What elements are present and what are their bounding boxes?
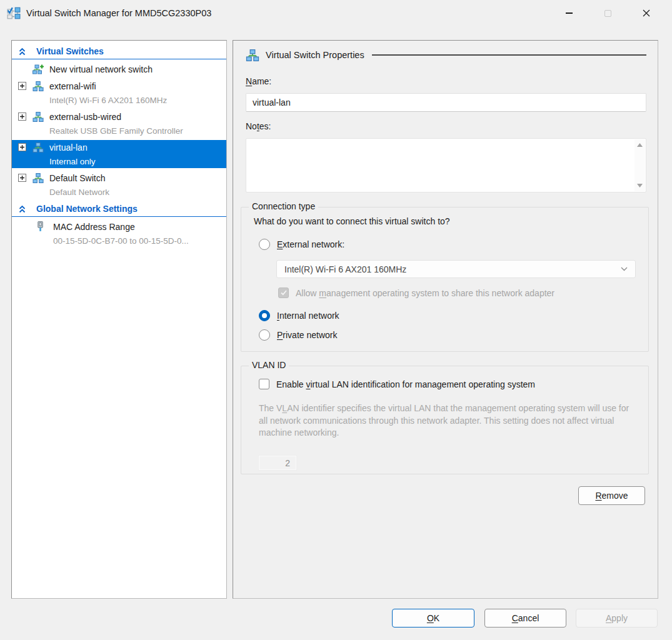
name-label: Name: — [246, 76, 271, 86]
connection-type-group-title: Connection type — [249, 201, 318, 211]
apply-button: Apply — [576, 609, 658, 628]
expand-icon[interactable] — [18, 112, 26, 121]
private-network-radio[interactable] — [259, 329, 270, 341]
external-network-radio[interactable] — [259, 239, 270, 250]
private-network-label: Private network — [277, 330, 338, 340]
notes-scrollbar[interactable] — [634, 139, 645, 191]
tree-header-label: Virtual Switches — [36, 46, 104, 56]
internal-network-radio[interactable] — [259, 310, 270, 321]
switch-icon — [33, 142, 44, 152]
external-adapter-dropdown: Intel(R) Wi-Fi 6 AX201 160MHz — [276, 260, 636, 278]
switch-icon — [33, 81, 44, 91]
tree-item-external-wifi-adapter[interactable]: Intel(R) Wi-Fi 6 AX201 160MHz — [12, 93, 226, 107]
tree-item-default-switch-network[interactable]: Default Network — [12, 185, 226, 199]
allow-management-label: Allow management operating system to sha… — [296, 288, 554, 298]
name-input[interactable]: virtual-lan — [246, 93, 646, 112]
properties-panel: Virtual Switch Properties Name: virtual-… — [233, 40, 658, 599]
section-title: Virtual Switch Properties — [266, 50, 364, 60]
network-plug-icon — [36, 221, 44, 232]
tree-item-label: external-wifi — [49, 81, 96, 91]
titlebar: Virtual Switch Manager for MMD5CG2330P03 — [0, 0, 672, 26]
tree-item-new-virtual-switch[interactable]: New virtual network switch — [12, 62, 226, 76]
scroll-down-icon[interactable] — [637, 184, 643, 188]
tree-item-default-switch[interactable]: Default Switch — [12, 171, 226, 185]
notes-label: Notes: — [246, 121, 271, 131]
tree-item-sublabel: Realtek USB GbE Family Controller — [49, 126, 183, 136]
vlan-id-value: 2 — [285, 458, 290, 468]
close-button[interactable] — [627, 0, 666, 26]
virtual-switch-manager-window: Virtual Switch Manager for MMD5CG2330P03… — [0, 0, 672, 640]
section-divider — [372, 54, 646, 56]
tree-item-external-usb-wired-adapter[interactable]: Realtek USB GbE Family Controller — [12, 124, 226, 138]
hyperv-manager-icon — [7, 7, 21, 19]
tree-item-sublabel: Default Network — [49, 188, 109, 197]
maximize-icon — [604, 10, 611, 17]
maximize-button — [588, 0, 627, 26]
scroll-up-icon[interactable] — [637, 143, 643, 147]
chevron-down-icon — [621, 267, 628, 271]
expand-icon[interactable] — [18, 82, 26, 90]
remove-button-label: Remove — [595, 491, 628, 501]
close-icon — [643, 9, 650, 17]
collapse-chevrons-icon[interactable] — [18, 48, 26, 56]
minimize-icon — [566, 12, 573, 14]
window-title: Virtual Switch Manager for MMD5CG2330P03 — [26, 8, 211, 18]
tree-item-virtual-lan[interactable]: virtual-lan — [12, 140, 226, 154]
enable-vlan-checkbox-row[interactable]: Enable virtual LAN identification for ma… — [259, 379, 535, 389]
tree-item-mac-address-range-value[interactable]: 00-15-5D-0C-B7-00 to 00-15-5D-0... — [12, 234, 226, 248]
allow-management-checkbox — [278, 288, 289, 298]
tree-item-label: Default Switch — [49, 173, 105, 183]
window-controls — [549, 0, 666, 26]
cancel-button-label: Cancel — [512, 613, 539, 623]
tree-item-external-wifi[interactable]: external-wifi — [12, 79, 226, 93]
apply-button-label: Apply — [606, 613, 628, 623]
expand-icon[interactable] — [18, 174, 26, 182]
tree-item-virtual-lan-type[interactable]: Internal only — [12, 154, 226, 168]
switch-tree-panel: Virtual Switches New virtual network swi… — [11, 40, 227, 599]
connection-type-group: Connection type What do you want to conn… — [241, 207, 649, 352]
vlan-id-group: VLAN ID Enable virtual LAN identificatio… — [241, 366, 649, 474]
ok-button-label: OK — [427, 613, 439, 623]
remove-button[interactable]: Remove — [578, 486, 645, 505]
external-network-radio-row[interactable]: External network: — [259, 239, 344, 250]
switch-icon — [246, 49, 259, 61]
notes-textarea[interactable] — [246, 138, 646, 192]
connection-question: What do you want to connect this virtual… — [254, 216, 450, 226]
tree-item-mac-address-range[interactable]: MAC Address Range — [12, 219, 226, 234]
collapse-chevrons-icon[interactable] — [18, 205, 26, 213]
vlan-id-input: 2 — [259, 456, 296, 470]
internal-network-label: Internal network — [277, 311, 339, 321]
private-network-radio-row[interactable]: Private network — [259, 329, 338, 341]
internal-network-radio-row[interactable]: Internal network — [259, 310, 339, 321]
external-network-label: External network: — [277, 239, 344, 249]
tree-item-label: virtual-lan — [49, 142, 88, 152]
allow-management-checkbox-row: Allow management operating system to sha… — [278, 288, 554, 298]
tree-item-label: MAC Address Range — [53, 222, 135, 232]
tree-header-virtual-switches[interactable]: Virtual Switches — [12, 44, 226, 59]
cancel-button[interactable]: Cancel — [484, 609, 566, 628]
tree-item-label: New virtual network switch — [49, 64, 153, 74]
tree-item-external-usb-wired[interactable]: external-usb-wired — [12, 109, 226, 124]
check-icon — [281, 290, 287, 296]
tree-item-virtual-lan-selected[interactable]: virtual-lan Internal only — [12, 140, 226, 168]
enable-vlan-checkbox[interactable] — [259, 379, 269, 389]
name-value: virtual-lan — [253, 98, 291, 108]
vlan-description: The VLAN identifier specifies the virtua… — [259, 402, 636, 439]
vlan-id-group-title: VLAN ID — [249, 360, 289, 370]
new-switch-icon — [33, 64, 44, 74]
tree-item-sublabel: 00-15-5D-0C-B7-00 to 00-15-5D-0... — [53, 236, 189, 246]
tree-item-sublabel: Internal only — [49, 157, 96, 166]
ok-button[interactable]: OK — [392, 609, 474, 628]
enable-vlan-label: Enable virtual LAN identification for ma… — [276, 379, 535, 389]
external-adapter-value: Intel(R) Wi-Fi 6 AX201 160MHz — [284, 264, 621, 274]
tree-header-global-network-settings[interactable]: Global Network Settings — [12, 201, 226, 217]
minimize-button[interactable] — [549, 0, 588, 26]
switch-icon — [33, 173, 44, 183]
tree-item-sublabel: Intel(R) Wi-Fi 6 AX201 160MHz — [49, 96, 167, 105]
tree-item-label: external-usb-wired — [49, 112, 121, 122]
section-header: Virtual Switch Properties — [246, 48, 648, 62]
switch-icon — [33, 112, 44, 122]
tree-header-label: Global Network Settings — [36, 204, 138, 214]
expand-icon[interactable] — [18, 143, 26, 151]
